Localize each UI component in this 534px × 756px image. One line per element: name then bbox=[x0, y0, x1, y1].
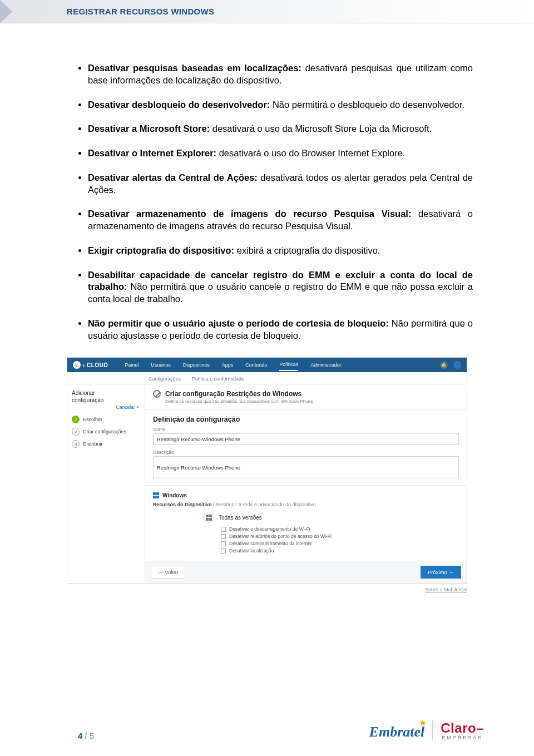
page-number: 4 / 5 bbox=[78, 731, 94, 740]
bullet-bold: Desativar armazenamento de imagens do re… bbox=[88, 209, 411, 219]
panel-header: Criar configuração Restrições do Windows… bbox=[145, 384, 467, 410]
bullet-item: Exigir criptografia do dispositivo: exib… bbox=[88, 245, 473, 257]
checkbox-row[interactable]: Desativar relatórios do ponto de acesso … bbox=[221, 533, 459, 539]
bullet-bold: Desativar pesquisas baseadas em localiza… bbox=[88, 63, 301, 73]
app-screenshot: ⟀ › CLOUD PainelUsuáriosDispositivosApps… bbox=[67, 357, 467, 584]
forbid-icon bbox=[153, 390, 161, 398]
checkbox-icon[interactable] bbox=[221, 534, 226, 539]
checkbox-label: Desativar relatórios do ponto de acesso … bbox=[229, 533, 332, 539]
group-bold: Recursos do Dispositivo bbox=[153, 502, 212, 507]
next-button[interactable]: Próximo → bbox=[421, 566, 461, 579]
embratel-logo: Embratel★ bbox=[369, 720, 425, 740]
windows-icon bbox=[153, 492, 159, 498]
main-panel: Criar configuração Restrições do Windows… bbox=[145, 384, 467, 583]
step-label: Escolher bbox=[83, 417, 102, 422]
bullet-item: Desabilitar capacidade de cancelar regis… bbox=[88, 269, 473, 305]
page-footer: 4 / 5 Embratel★ Claro– EMPRESAS bbox=[0, 706, 534, 756]
header-title: REGISTRAR RECURSOS WINDOWS bbox=[67, 7, 214, 16]
app-brand: › CLOUD bbox=[83, 362, 108, 368]
name-label: Nome bbox=[153, 427, 459, 432]
bullet-text: Não permitirá o desbloqueio do desenvolv… bbox=[270, 100, 464, 110]
panel-title: Criar configuração Restrições do Windows bbox=[165, 390, 301, 398]
desc-input[interactable] bbox=[153, 456, 459, 478]
wizard-step[interactable]: 3Distribuir bbox=[72, 440, 140, 448]
group-muted: | Restringir a rede e privacidade do dis… bbox=[212, 502, 316, 507]
windows-panel: Windows Recursos do Dispositivo | Restri… bbox=[145, 486, 467, 561]
star-icon: ★ bbox=[419, 718, 427, 728]
desc-label: Descrição bbox=[153, 449, 459, 455]
back-button[interactable]: ← Voltar bbox=[151, 566, 185, 579]
checkbox-label: Desativar localização bbox=[229, 548, 274, 554]
topnav-item[interactable]: Administrador bbox=[310, 362, 342, 368]
claro-logo: Claro– EMPRESAS bbox=[441, 720, 484, 740]
checkbox-label: Desativar compartilhamento da internet bbox=[229, 541, 312, 546]
bullet-list: Desativar pesquisas baseadas em localiza… bbox=[78, 62, 473, 342]
checkbox-icon[interactable] bbox=[221, 549, 226, 554]
document-header: REGISTRAR RECURSOS WINDOWS bbox=[0, 0, 534, 23]
panel-footer: ← Voltar Próximo → bbox=[145, 561, 467, 583]
version-pill-icon bbox=[203, 512, 214, 523]
topnav-item[interactable]: Conteúdo bbox=[245, 362, 267, 368]
page-sep: / bbox=[82, 731, 90, 740]
about-link[interactable]: Sobre o MobileIron bbox=[78, 584, 473, 592]
topnav-item[interactable]: Usuários bbox=[151, 362, 171, 368]
step-label: Distribuir bbox=[83, 441, 103, 447]
app-logo-icon: ⟀ bbox=[73, 361, 81, 369]
section-title: Definição da configuração bbox=[153, 416, 459, 423]
subnav-item[interactable]: Configurações bbox=[149, 376, 181, 384]
page-total: 5 bbox=[90, 731, 94, 740]
sidebar: Adicionar configuração Cancelar × ✓Escol… bbox=[67, 384, 145, 583]
cancel-link[interactable]: Cancelar × bbox=[72, 404, 139, 410]
bullet-item: Desativar armazenamento de imagens do re… bbox=[88, 208, 473, 233]
bullet-text: Não permitirá que o usuário cancele o re… bbox=[88, 281, 473, 304]
topnav: ⟀ › CLOUD PainelUsuáriosDispositivosApps… bbox=[67, 358, 467, 372]
form-panel: Definição da configuração Nome Descrição bbox=[145, 410, 467, 486]
group-header: Recursos do Dispositivo | Restringir a r… bbox=[153, 502, 459, 507]
bullet-text: desativará o uso do Browser Internet Exp… bbox=[216, 148, 405, 158]
footer-logos: Embratel★ Claro– EMPRESAS bbox=[369, 720, 484, 740]
checkbox-row[interactable]: Desativar compartilhamento da internet bbox=[221, 541, 459, 546]
check-icon: ✓ bbox=[72, 416, 80, 423]
panel-subtitle: Define os recursos que são ativados nos … bbox=[165, 399, 459, 404]
logo-separator bbox=[432, 720, 433, 740]
bullet-bold: Desativar o Internet Explorer: bbox=[88, 148, 216, 158]
checkbox-icon[interactable] bbox=[221, 541, 226, 546]
header-chevron-icon bbox=[0, 0, 12, 23]
topnav-item[interactable]: Painel bbox=[125, 362, 139, 368]
bell-icon[interactable]: 🔔 bbox=[440, 361, 448, 369]
checkbox-label: Desativar o descarregamento do Wi-Fi bbox=[229, 526, 310, 532]
checkbox-row[interactable]: Desativar localização bbox=[221, 548, 459, 554]
bullet-bold: Desativar desbloqueio do desenvolvedor: bbox=[88, 100, 270, 110]
checkbox-icon[interactable] bbox=[221, 527, 226, 532]
windows-label: Windows bbox=[162, 492, 187, 498]
step-number: 2 bbox=[72, 428, 80, 436]
bullet-item: Desativar o Internet Explorer: desativar… bbox=[88, 147, 473, 160]
options-box: Todas as versões Desativar o descarregam… bbox=[203, 512, 459, 554]
checkbox-row[interactable]: Desativar o descarregamento do Wi-Fi bbox=[221, 526, 459, 532]
bullet-bold: Desativar a Microsoft Store: bbox=[88, 123, 210, 134]
bullet-item: Desativar a Microsoft Store: desativará … bbox=[88, 123, 473, 135]
sidebar-title: Adicionar bbox=[72, 390, 140, 396]
topnav-item[interactable]: Políticas bbox=[279, 362, 298, 371]
bullet-text: exibirá a criptografia do dispositivo. bbox=[234, 245, 380, 255]
page-body: Desativar pesquisas baseadas em localiza… bbox=[0, 23, 534, 592]
avatar-icon[interactable]: 👤 bbox=[453, 361, 461, 369]
bullet-bold: Não permitir que o usuário ajuste o perí… bbox=[88, 318, 389, 328]
subnav-item[interactable]: Política e conformidade bbox=[192, 376, 244, 384]
name-input[interactable] bbox=[153, 433, 459, 445]
bullet-item: Desativar alertas da Central de Ações: d… bbox=[88, 172, 473, 196]
wizard-step[interactable]: 2Criar configurações bbox=[72, 428, 140, 436]
bullet-item: Desativar desbloqueio do desenvolvedor: … bbox=[88, 99, 473, 111]
bullet-item: Desativar pesquisas baseadas em localiza… bbox=[88, 62, 473, 87]
bullet-bold: Exigir criptografia do dispositivo: bbox=[88, 245, 234, 255]
topnav-item[interactable]: Dispositivos bbox=[183, 362, 210, 368]
options-title: Todas as versões bbox=[219, 515, 262, 521]
sidebar-subtitle: configuração bbox=[72, 397, 140, 403]
bullet-item: Não permitir que o usuário ajuste o perí… bbox=[88, 318, 473, 342]
bullet-text: desativará o uso da Microsoft Store Loja… bbox=[210, 123, 432, 134]
step-number: 3 bbox=[72, 440, 80, 448]
topnav-item[interactable]: Apps bbox=[222, 362, 234, 368]
bullet-bold: Desativar alertas da Central de Ações: bbox=[88, 172, 258, 182]
subnav: Configurações Política e conformidade bbox=[67, 372, 467, 384]
wizard-step[interactable]: ✓Escolher bbox=[72, 416, 140, 423]
